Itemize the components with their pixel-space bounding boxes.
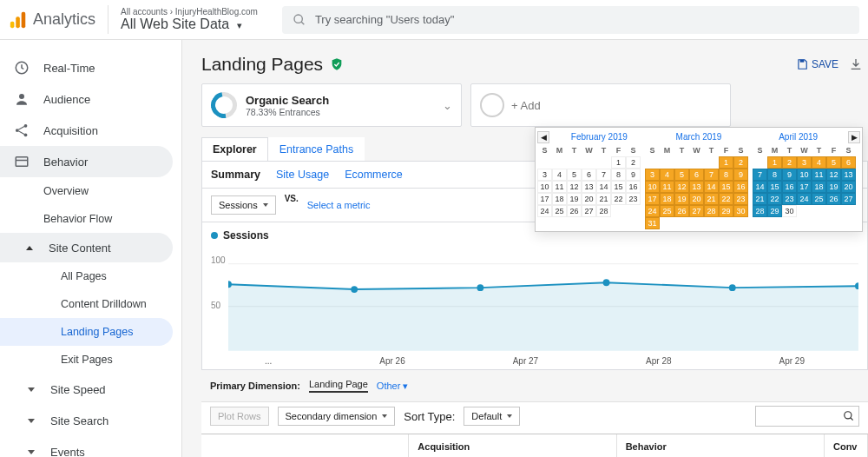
segment-card[interactable]: Organic Search 78.33% Entrances ⌄ xyxy=(201,83,462,127)
date-cell[interactable]: 29 xyxy=(719,205,733,217)
col-acquisition[interactable]: Acquisition xyxy=(409,434,616,457)
date-cell[interactable]: 17 xyxy=(645,193,660,205)
date-cell[interactable]: 6 xyxy=(841,156,856,169)
date-cell[interactable]: 12 xyxy=(674,181,689,193)
date-cell[interactable]: 23 xyxy=(782,193,797,205)
date-cell[interactable]: 14 xyxy=(596,181,611,193)
sidebar-sub-landing-pages[interactable]: Landing Pages xyxy=(0,318,173,346)
sidebar-sub-content-drilldown[interactable]: Content Drilldown xyxy=(0,290,181,318)
date-cell[interactable]: 21 xyxy=(704,193,719,205)
date-cell[interactable]: 20 xyxy=(582,193,596,205)
date-cell[interactable]: 18 xyxy=(812,181,826,193)
prev-month-button[interactable]: ◀ xyxy=(537,131,549,143)
date-cell[interactable]: 23 xyxy=(626,193,641,205)
date-cell[interactable]: 28 xyxy=(596,205,611,217)
date-cell[interactable]: 6 xyxy=(582,169,596,181)
date-cell[interactable]: 21 xyxy=(596,193,611,205)
date-cell[interactable]: 25 xyxy=(552,205,567,217)
date-cell[interactable]: 30 xyxy=(782,205,797,217)
date-cell[interactable]: 8 xyxy=(767,169,782,181)
date-cell[interactable]: 11 xyxy=(660,181,674,193)
sort-type-dropdown[interactable]: Default xyxy=(464,407,520,426)
date-cell[interactable]: 7 xyxy=(596,169,611,181)
sidebar-sub-all-pages[interactable]: All Pages xyxy=(0,262,181,290)
date-cell[interactable]: 20 xyxy=(841,181,856,193)
date-cell[interactable]: 3 xyxy=(645,169,660,181)
metric-secondary-select[interactable]: Select a metric xyxy=(307,200,371,210)
date-cell[interactable]: 14 xyxy=(704,181,719,193)
date-cell[interactable]: 16 xyxy=(626,181,641,193)
date-cell[interactable]: 3 xyxy=(537,169,552,181)
date-cell[interactable]: 7 xyxy=(704,169,719,181)
sidebar-item-audience[interactable]: Audience xyxy=(0,83,181,115)
date-cell[interactable]: 12 xyxy=(567,181,582,193)
sidebar-item-realtime[interactable]: Real-Time xyxy=(0,52,181,83)
date-cell[interactable]: 24 xyxy=(797,193,812,205)
date-cell[interactable]: 9 xyxy=(733,169,748,181)
table-search-input[interactable] xyxy=(755,406,859,427)
date-cell[interactable]: 4 xyxy=(552,169,567,181)
date-cell[interactable]: 8 xyxy=(719,169,733,181)
date-cell[interactable]: 8 xyxy=(611,169,626,181)
date-cell[interactable]: 23 xyxy=(733,193,748,205)
sidebar-sub-events[interactable]: Events xyxy=(0,436,181,457)
date-cell[interactable]: 25 xyxy=(812,193,826,205)
date-cell[interactable]: 15 xyxy=(719,181,733,193)
date-cell[interactable]: 30 xyxy=(733,205,748,217)
date-cell[interactable]: 5 xyxy=(567,169,582,181)
search-bar[interactable]: Try searching "Users today" xyxy=(282,6,859,34)
date-cell[interactable]: 26 xyxy=(567,205,582,217)
date-cell[interactable]: 24 xyxy=(645,205,660,217)
subtab-ecommerce[interactable]: Ecommerce xyxy=(345,169,403,181)
sidebar-sub-behavior-flow[interactable]: Behavior Flow xyxy=(0,205,181,233)
tab-explorer[interactable]: Explorer xyxy=(201,137,268,161)
date-cell[interactable]: 9 xyxy=(782,169,797,181)
sidebar-item-behavior[interactable]: Behavior xyxy=(0,146,173,177)
date-cell[interactable]: 2 xyxy=(626,156,641,169)
date-cell[interactable]: 17 xyxy=(797,181,812,193)
date-cell[interactable]: 22 xyxy=(767,193,782,205)
brand-logo[interactable]: Analytics xyxy=(9,10,95,30)
date-cell[interactable]: 11 xyxy=(812,169,826,181)
date-cell[interactable]: 19 xyxy=(674,193,689,205)
date-cell[interactable]: 22 xyxy=(719,193,733,205)
date-cell[interactable]: 10 xyxy=(645,181,660,193)
view-selector[interactable]: All accounts › InjuryHealthBlog.com All … xyxy=(108,5,270,34)
date-cell[interactable]: 26 xyxy=(674,205,689,217)
dimension-value[interactable]: Landing Page xyxy=(309,379,368,393)
date-cell[interactable]: 4 xyxy=(660,169,674,181)
date-cell[interactable]: 31 xyxy=(645,217,660,229)
date-cell[interactable]: 5 xyxy=(826,156,841,169)
metric-primary-dropdown[interactable]: Sessions xyxy=(211,195,276,215)
tab-entrance-paths[interactable]: Entrance Paths xyxy=(268,137,365,161)
date-cell[interactable]: 13 xyxy=(841,169,856,181)
dimension-other[interactable]: Other ▾ xyxy=(377,381,409,392)
date-cell[interactable]: 28 xyxy=(753,205,767,217)
date-cell[interactable]: 16 xyxy=(733,181,748,193)
export-icon[interactable] xyxy=(849,57,863,71)
date-cell[interactable]: 1 xyxy=(719,156,733,169)
secondary-dimension-dropdown[interactable]: Secondary dimension xyxy=(278,407,396,426)
date-cell[interactable]: 25 xyxy=(660,205,674,217)
date-cell[interactable]: 13 xyxy=(689,181,704,193)
date-cell[interactable]: 1 xyxy=(611,156,626,169)
sidebar-item-acquisition[interactable]: Acquisition xyxy=(0,115,181,146)
date-cell[interactable]: 1 xyxy=(767,156,782,169)
date-cell[interactable]: 2 xyxy=(733,156,748,169)
date-cell[interactable]: 15 xyxy=(611,181,626,193)
date-cell[interactable]: 24 xyxy=(537,205,552,217)
date-cell[interactable]: 18 xyxy=(552,193,567,205)
sidebar-sub-overview[interactable]: Overview xyxy=(0,177,181,205)
date-cell[interactable]: 20 xyxy=(689,193,704,205)
date-cell[interactable]: 26 xyxy=(826,193,841,205)
date-cell[interactable]: 16 xyxy=(782,181,797,193)
subtab-site-usage[interactable]: Site Usage xyxy=(276,169,329,181)
date-cell[interactable]: 11 xyxy=(552,181,567,193)
date-cell[interactable]: 21 xyxy=(753,193,767,205)
date-cell[interactable]: 10 xyxy=(537,181,552,193)
save-button[interactable]: SAVE xyxy=(796,58,838,70)
date-cell[interactable]: 9 xyxy=(626,169,641,181)
subtab-summary[interactable]: Summary xyxy=(211,169,260,181)
date-cell[interactable]: 19 xyxy=(567,193,582,205)
col-conversions[interactable]: Conv xyxy=(825,434,868,457)
